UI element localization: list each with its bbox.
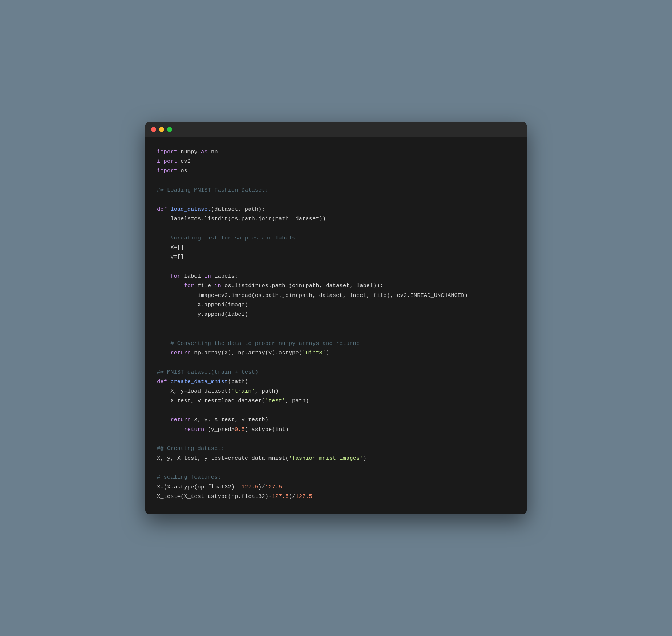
minimize-button[interactable] — [159, 127, 164, 132]
code-content: import numpy as np import cv2 import os … — [145, 137, 527, 515]
close-button[interactable] — [151, 127, 156, 132]
maximize-button[interactable] — [167, 127, 172, 132]
code-window: import numpy as np import cv2 import os … — [145, 122, 527, 515]
titlebar — [145, 122, 527, 137]
